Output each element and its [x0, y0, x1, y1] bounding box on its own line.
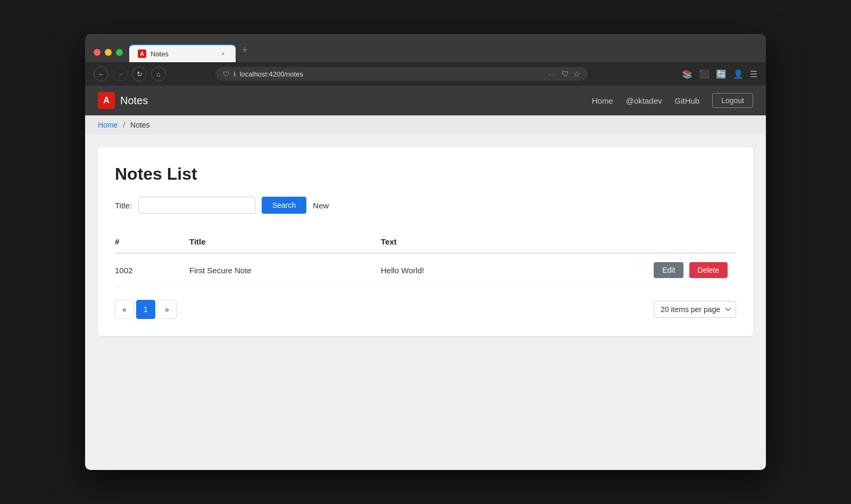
app-navbar: A Notes Home @oktadev GitHub Logout	[85, 86, 766, 115]
search-button[interactable]: Search	[262, 197, 306, 214]
browser-actions: 📚 ⬛ 🔄 👤 ☰	[682, 69, 757, 79]
notes-table: # Title Text 1002 First Secure Note Hell…	[115, 231, 736, 287]
col-header-num: #	[115, 231, 189, 253]
security-icon: 🛡	[223, 70, 229, 78]
minimize-traffic-light[interactable]	[105, 49, 112, 56]
nav-link-oktadev[interactable]: @oktadev	[626, 96, 662, 105]
breadcrumb-separator: /	[123, 121, 125, 129]
browser-window: A Notes × + ← → ↻ ⌂ 🛡 ℹ localhost:4200/n…	[85, 34, 766, 470]
address-shield-icon[interactable]: 🛡	[562, 70, 569, 78]
forward-button[interactable]: →	[113, 66, 128, 81]
account-icon[interactable]: 👤	[733, 69, 744, 79]
row-id: 1002	[115, 253, 189, 287]
title-label: Title:	[115, 201, 132, 210]
logout-button[interactable]: Logout	[712, 93, 753, 108]
row-actions: Edit Delete	[518, 253, 736, 287]
nav-link-home[interactable]: Home	[592, 96, 613, 105]
tab-angular-icon: A	[138, 49, 146, 58]
page-1-button[interactable]: 1	[136, 300, 155, 319]
col-header-actions	[518, 231, 736, 253]
search-bar: Title: Search New	[115, 197, 736, 214]
maximize-traffic-light[interactable]	[116, 49, 123, 56]
pagination-row: « 1 » 10 items per page20 items per page…	[115, 300, 736, 319]
table-row: 1002 First Secure Note Hello World! Edit…	[115, 253, 736, 287]
nav-link-github[interactable]: GitHub	[674, 96, 699, 105]
breadcrumb: Home / Notes	[85, 115, 766, 135]
info-icon: ℹ	[233, 71, 236, 78]
search-input[interactable]	[138, 197, 255, 214]
library-icon[interactable]: 📚	[682, 69, 693, 79]
row-title: First Secure Note	[189, 253, 381, 287]
main-content: Notes List Title: Search New # Title Tex…	[85, 135, 766, 470]
prev-page-button[interactable]: «	[115, 300, 134, 319]
title-bar: A Notes × +	[85, 34, 766, 62]
breadcrumb-current: Notes	[130, 121, 150, 129]
new-tab-button[interactable]: +	[236, 40, 254, 62]
table-header: # Title Text	[115, 231, 736, 253]
new-link[interactable]: New	[313, 201, 329, 210]
traffic-lights	[94, 49, 123, 62]
address-more-icon[interactable]: ···	[548, 70, 557, 78]
col-header-title: Title	[189, 231, 381, 253]
close-traffic-light[interactable]	[94, 49, 101, 56]
items-per-page-select[interactable]: 10 items per page20 items per page50 ite…	[654, 301, 736, 318]
tab-close-button[interactable]: ×	[219, 49, 227, 58]
address-text: localhost:4200/notes	[240, 70, 544, 78]
edit-button[interactable]: Edit	[654, 262, 683, 278]
brand-name: Notes	[120, 95, 148, 107]
active-tab[interactable]: A Notes ×	[129, 44, 236, 62]
col-header-text: Text	[381, 231, 518, 253]
back-button[interactable]: ←	[94, 66, 109, 81]
address-star-icon[interactable]: ☆	[573, 70, 580, 78]
app-brand: A Notes	[98, 92, 148, 109]
sidebar-icon[interactable]: ⬛	[699, 69, 710, 79]
app-nav-links: Home @oktadev GitHub Logout	[592, 93, 753, 108]
content-card: Notes List Title: Search New # Title Tex…	[98, 147, 753, 336]
angular-logo: A	[98, 92, 115, 109]
address-bar: ← → ↻ ⌂ 🛡 ℹ localhost:4200/notes ··· 🛡 ☆…	[85, 62, 766, 86]
reload-button[interactable]: ↻	[132, 66, 147, 81]
pagination: « 1 »	[115, 300, 177, 319]
tab-bar: A Notes × +	[129, 40, 757, 62]
delete-button[interactable]: Delete	[689, 262, 728, 278]
row-text: Hello World!	[381, 253, 518, 287]
app-content: A Notes Home @oktadev GitHub Logout Home…	[85, 86, 766, 470]
next-page-button[interactable]: »	[157, 300, 177, 319]
address-input-wrapper[interactable]: 🛡 ℹ localhost:4200/notes ··· 🛡 ☆	[215, 67, 588, 81]
menu-icon[interactable]: ☰	[750, 69, 757, 79]
page-title: Notes List	[115, 164, 736, 184]
tab-title: Notes	[151, 50, 169, 58]
table-body: 1002 First Secure Note Hello World! Edit…	[115, 253, 736, 287]
home-button[interactable]: ⌂	[151, 66, 166, 81]
breadcrumb-home-link[interactable]: Home	[98, 121, 118, 129]
sync-icon[interactable]: 🔄	[716, 69, 727, 79]
